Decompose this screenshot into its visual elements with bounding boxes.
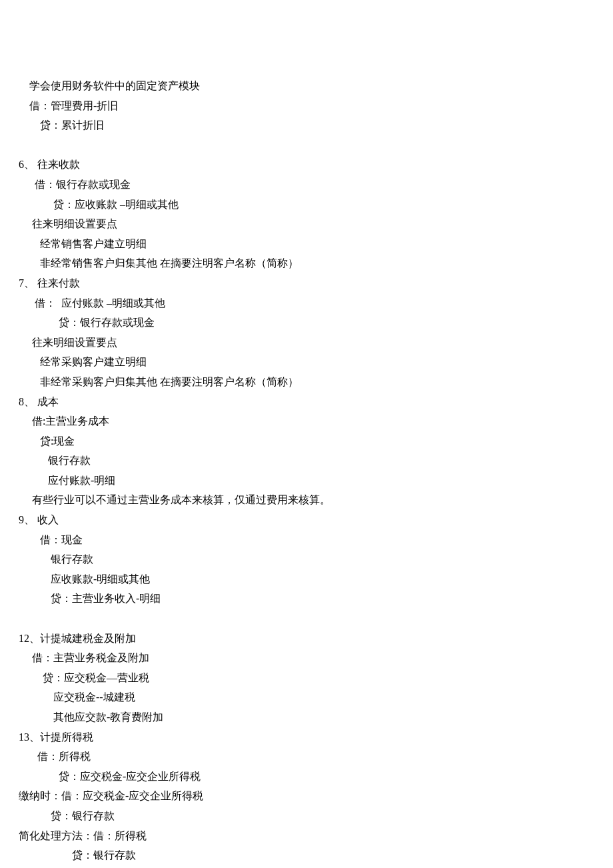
text-line: 贷：银行存款 (0, 806, 613, 826)
text-line: 贷:现金 (0, 431, 613, 451)
text-line: 非经常采购客户归集其他 在摘要注明客户名称（简称） (0, 372, 613, 392)
document-content: 学会使用财务软件中的固定资产模块 借：管理费用-折旧 贷：累计折旧 6、 往来收… (0, 76, 613, 868)
text-line: 应付账款-明细 (0, 471, 613, 491)
text-line: 借： 应付账款 –明细或其他 (0, 293, 613, 313)
text-line: 借：现金 (0, 530, 613, 550)
text-line: 缴纳时：借：应交税金-应交企业所得税 (0, 786, 613, 806)
text-line: 银行存款 (0, 451, 613, 471)
text-line: 有些行业可以不通过主营业务成本来核算，仅通过费用来核算。 (0, 490, 613, 510)
blank-line (0, 609, 613, 629)
text-line: 借：所得税 (0, 747, 613, 767)
text-line: 应收账款-明细或其他 (0, 569, 613, 589)
text-line: 贷：主营业务收入-明细 (0, 589, 613, 609)
text-line: 13、计提所得税 (0, 727, 613, 747)
text-line: 贷：应交税金-应交企业所得税 (0, 767, 613, 787)
text-line: 应交税金--城建税 (0, 687, 613, 707)
text-line: 经常销售客户建立明细 (0, 234, 613, 254)
text-line: 非经常销售客户归集其他 在摘要注明客户名称（简称） (0, 253, 613, 273)
text-line: 12、计提城建税金及附加 (0, 629, 613, 649)
text-line: 学会使用财务软件中的固定资产模块 (0, 76, 613, 96)
text-line: 贷：累计折旧 (0, 115, 613, 135)
text-line: 8、 成本 (0, 392, 613, 412)
text-line: 往来明细设置要点 (0, 333, 613, 353)
text-line: 往来明细设置要点 (0, 214, 613, 234)
text-line: 其他应交款-教育费附加 (0, 707, 613, 727)
text-line: 经常采购客户建立明细 (0, 352, 613, 372)
text-line: 贷：应交税金—营业税 (0, 668, 613, 688)
text-line: 借：银行存款或现金 (0, 175, 613, 195)
blank-line (0, 135, 613, 155)
text-line: 银行存款 (0, 549, 613, 569)
text-line: 贷：银行存款或现金 (0, 313, 613, 333)
text-line: 借：主营业务税金及附加 (0, 648, 613, 668)
text-line: 借:主营业务成本 (0, 411, 613, 431)
text-line: 7、 往来付款 (0, 273, 613, 293)
text-line: 贷：银行存款 (0, 845, 613, 865)
text-line: 简化处理方法：借：所得税 (0, 826, 613, 846)
text-line: 贷：应收账款 –明细或其他 (0, 195, 613, 215)
text-line: 6、 往来收款 (0, 155, 613, 175)
text-line: 9、 收入 (0, 510, 613, 530)
blank-line (0, 865, 613, 868)
text-line: 借：管理费用-折旧 (0, 96, 613, 116)
